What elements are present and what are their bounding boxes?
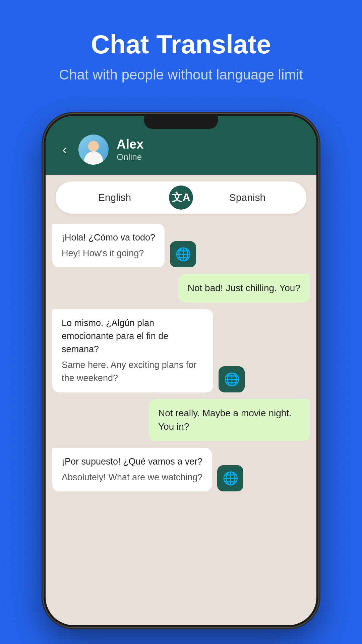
message-text-primary: Lo mismo. ¿Algún plan emocionante para e… bbox=[62, 317, 204, 356]
message-text-primary: ¡Por supuesto! ¿Qué vamos a ver? bbox=[62, 455, 202, 468]
message-bubble: ¡Hola! ¿Cómo va todo? Hey! How's it goin… bbox=[52, 224, 165, 267]
app-title: Chat Translate bbox=[20, 30, 342, 59]
table-row: Lo mismo. ¿Algún plan emocionante para e… bbox=[52, 309, 310, 392]
translate-icon-button[interactable]: 🌐 bbox=[170, 241, 196, 267]
translate-toggle-button[interactable]: 文A bbox=[169, 185, 193, 210]
contact-info: Alex Online bbox=[117, 137, 303, 163]
contact-status: Online bbox=[117, 152, 303, 162]
globe-icon: 🌐 bbox=[223, 471, 238, 486]
table-row: ¡Hola! ¿Cómo va todo? Hey! How's it goin… bbox=[52, 224, 310, 267]
globe-icon: 🌐 bbox=[175, 247, 191, 262]
message-bubble: ¡Por supuesto! ¿Qué vamos a ver? Absolut… bbox=[52, 448, 212, 491]
globe-icon: 🌐 bbox=[224, 372, 240, 387]
english-button[interactable]: English bbox=[60, 188, 169, 207]
message-text-primary: Not bad! Just chilling. You? bbox=[188, 281, 300, 295]
table-row: ¡Por supuesto! ¿Qué vamos a ver? Absolut… bbox=[52, 448, 310, 491]
phone-notch bbox=[144, 116, 218, 129]
table-row: Not really. Maybe a movie night. You in? bbox=[52, 399, 310, 441]
contact-name: Alex bbox=[117, 137, 303, 152]
app-subtitle: Chat with people without language limit bbox=[20, 66, 342, 84]
message-text-primary: ¡Hola! ¿Cómo va todo? bbox=[62, 231, 155, 244]
table-row: Not bad! Just chilling. You? bbox=[52, 274, 310, 303]
translate-icon: 文A bbox=[172, 190, 190, 205]
messages-area: ¡Hola! ¿Cómo va todo? Hey! How's it goin… bbox=[46, 224, 316, 491]
message-bubble: Lo mismo. ¿Algún plan emocionante para e… bbox=[52, 309, 213, 392]
message-text-secondary: Same here. Any exciting plans for the we… bbox=[62, 359, 204, 385]
phone-mockup: ‹ Alex Online English 文A Spani bbox=[44, 114, 318, 627]
avatar bbox=[78, 135, 109, 165]
back-button[interactable]: ‹ bbox=[59, 142, 70, 158]
spanish-button[interactable]: Spanish bbox=[193, 188, 302, 207]
translate-icon-button[interactable]: 🌐 bbox=[219, 366, 245, 392]
language-switcher[interactable]: English 文A Spanish bbox=[56, 181, 306, 214]
message-text-secondary: Absolutely! What are we watching? bbox=[62, 471, 202, 484]
message-text-secondary: Hey! How's it going? bbox=[62, 247, 155, 260]
message-bubble: Not bad! Just chilling. You? bbox=[178, 274, 310, 303]
message-text-primary: Not really. Maybe a movie night. You in? bbox=[158, 407, 300, 434]
message-bubble: Not really. Maybe a movie night. You in? bbox=[149, 399, 310, 441]
translate-icon-button[interactable]: 🌐 bbox=[217, 465, 243, 491]
